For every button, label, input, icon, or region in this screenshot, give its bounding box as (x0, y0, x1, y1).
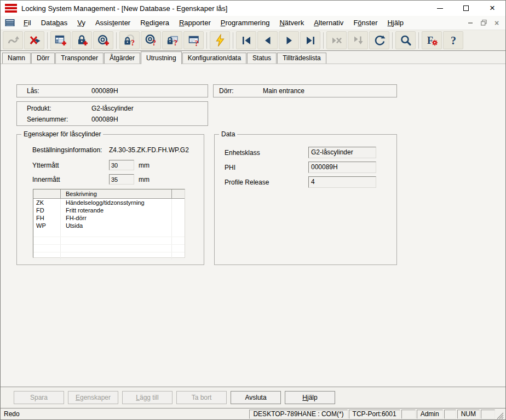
menu-rapporter[interactable]: Rapporter (174, 17, 216, 28)
order-info-label: Beställningsinformation: (32, 146, 102, 154)
save-button[interactable]: Spara (14, 391, 64, 404)
option-description: Utsida (61, 222, 172, 229)
table-row-empty (33, 245, 185, 252)
tab-atgarder[interactable]: Åtgärder (104, 53, 140, 64)
phi-field[interactable]: 000089H (308, 162, 376, 173)
door-value: Main entrance (263, 87, 304, 95)
new-transponder-icon[interactable] (93, 31, 113, 49)
filter-icon[interactable]: F (422, 31, 442, 49)
remove-button[interactable]: Ta bort (176, 391, 227, 404)
last-record-icon[interactable] (300, 31, 320, 49)
menu-hjalp[interactable]: Hjälp (382, 17, 409, 28)
options-table: Beskrivning ZK Händelselogg/tidzonsstyrn… (33, 189, 185, 258)
tab-konfiguration-data[interactable]: Konfiguration/data (182, 53, 246, 64)
maximize-button[interactable] (453, 1, 479, 16)
read-lock-icon[interactable]: ? (119, 31, 140, 49)
remove-record-icon[interactable] (326, 31, 347, 49)
table-row[interactable]: ZK Händelselogg/tidzonsstyrning (33, 199, 185, 206)
menu-bar: Fil Databas Vy Assistenter Redigera Rapp… (1, 16, 505, 30)
svg-text:?: ? (174, 39, 177, 47)
device-class-field[interactable]: G2-låscylinder (308, 147, 376, 158)
app-logo-icon (5, 4, 17, 13)
document-icon (5, 19, 15, 27)
minimize-button[interactable] (427, 1, 453, 16)
option-code: WP (33, 222, 61, 229)
table-row[interactable]: FD Fritt roterande (33, 206, 185, 214)
title-bar: Locking System Management - [New Databas… (1, 1, 505, 16)
tab-strip: Namn Dörr Transponder Åtgärder Utrustnin… (1, 51, 505, 64)
properties-button[interactable]: Egenskaper (68, 391, 118, 404)
menu-natverk[interactable]: Nätverk (274, 17, 309, 28)
previous-record-icon[interactable] (257, 31, 278, 49)
mdi-minimize-button[interactable] (466, 19, 475, 27)
menu-programmering[interactable]: Programmering (216, 17, 275, 28)
exit-button[interactable]: Avsluta (231, 391, 281, 404)
program-lightning-icon[interactable] (210, 31, 230, 49)
status-spacer (401, 410, 416, 419)
door-label: Dörr: (219, 87, 234, 95)
description-column-header[interactable]: Beskrivning (61, 189, 172, 199)
product-box: Produkt: G2-låscylinder Serienummer: 000… (16, 101, 208, 126)
apply-record-icon[interactable] (348, 31, 368, 49)
help-icon[interactable]: ? (443, 31, 463, 49)
extra-column-header (172, 189, 185, 199)
undo-icon[interactable] (3, 31, 23, 49)
next-record-icon[interactable] (279, 31, 299, 49)
option-description: FH-dörr (61, 214, 172, 222)
data-group-legend: Data (219, 130, 237, 138)
product-value: G2-låscylinder (91, 105, 134, 112)
disconnect-icon[interactable] (24, 31, 44, 49)
cylinder-properties-group: Egenskaper för låscylinder Beställningsi… (16, 134, 204, 265)
menu-alternativ[interactable]: Alternativ (309, 17, 348, 28)
profile-release-field[interactable]: 4 (308, 176, 376, 188)
menu-fonster[interactable]: Fönster (348, 17, 382, 28)
status-host-panel: DESKTOP-789HANE : COM(*) (249, 410, 347, 419)
table-row[interactable]: FH FH-dörr (33, 214, 185, 222)
window-title: Locking System Management - [New Databas… (21, 4, 227, 13)
resize-grip[interactable] (496, 412, 504, 419)
menu-databas[interactable]: Databas (36, 17, 72, 28)
tab-namn[interactable]: Namn (2, 53, 31, 64)
option-code: ZK (33, 199, 61, 206)
menu-redigera[interactable]: Redigera (135, 17, 174, 28)
new-lock-icon[interactable] (72, 31, 92, 49)
tab-status[interactable]: Status (247, 53, 277, 64)
inner-dimension-input[interactable] (109, 174, 134, 185)
tab-transponder[interactable]: Transponder (55, 53, 104, 64)
read-g1-lock-icon[interactable]: ? (162, 31, 182, 49)
read-transponder-icon[interactable]: ? (141, 31, 161, 49)
tab-page-utrustning: Lås: 000089H Dörr: Main entrance Produkt… (1, 64, 505, 387)
svg-text:?: ? (152, 39, 156, 47)
add-button[interactable]: Lägg till (122, 391, 173, 404)
product-label: Produkt: (27, 105, 51, 112)
svg-text:F: F (427, 35, 433, 46)
status-spacer (444, 410, 456, 419)
lock-value: 000089H (91, 87, 118, 95)
menu-fil[interactable]: Fil (19, 17, 36, 28)
code-column-header (33, 189, 61, 199)
close-button[interactable]: × (479, 1, 505, 16)
status-tcp-panel: TCP-Port:6001 (349, 410, 400, 419)
option-description: Händelselogg/tidzonsstyrning (61, 199, 172, 206)
mdi-restore-button[interactable] (479, 19, 488, 27)
refresh-icon[interactable] (369, 31, 389, 49)
help-button[interactable]: Hjälp (285, 391, 335, 404)
app-window: Locking System Management - [New Databas… (0, 0, 506, 420)
tab-dorr[interactable]: Dörr (31, 53, 55, 64)
tab-tilltradeslista[interactable]: Tillträdeslista (277, 53, 326, 64)
status-ready-text: Redo (2, 410, 248, 418)
search-icon[interactable] (395, 31, 416, 49)
options-table-header: Beskrivning (33, 189, 185, 199)
read-network-icon[interactable]: ? (183, 31, 204, 49)
tab-utrustning[interactable]: Utrustning (141, 51, 182, 64)
menu-vy[interactable]: Vy (72, 17, 90, 28)
table-row[interactable]: WP Utsida (33, 222, 185, 229)
mdi-close-button[interactable]: × (492, 19, 501, 27)
svg-text:?: ? (451, 34, 456, 47)
menu-assistenter[interactable]: Assistenter (90, 17, 135, 28)
profile-release-label: Profile Release (225, 179, 269, 186)
new-locking-system-icon[interactable] (50, 31, 71, 49)
first-record-icon[interactable] (236, 31, 256, 49)
door-box: Dörr: Main entrance (213, 84, 397, 97)
outer-dimension-input[interactable] (109, 160, 134, 170)
